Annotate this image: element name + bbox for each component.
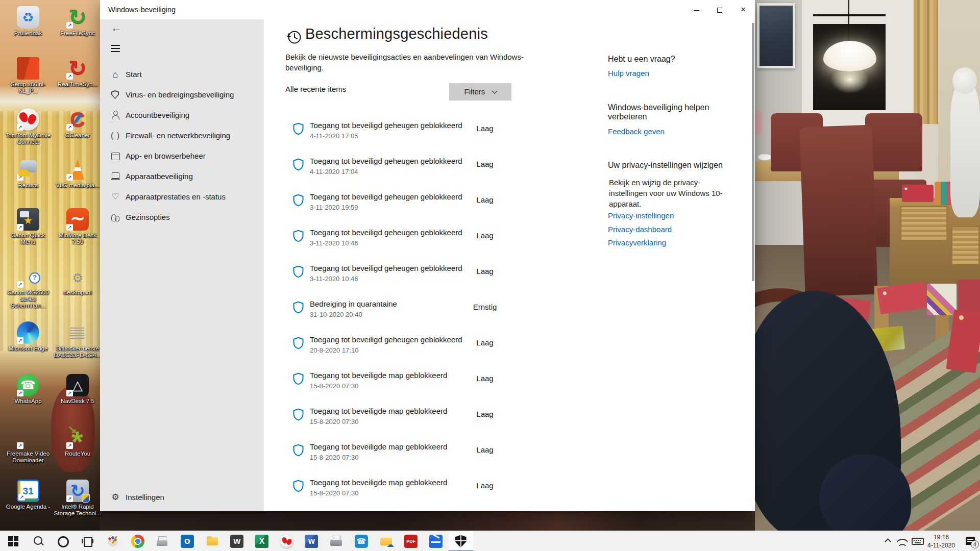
sidebar-item-icon	[111, 213, 120, 222]
touch-keyboard-icon[interactable]	[912, 538, 924, 545]
history-row[interactable]: Bedreiging in quarantaine 31-10-2020 20:…	[285, 295, 653, 331]
cortana-button[interactable]	[51, 531, 75, 551]
file-explorer[interactable]	[200, 531, 225, 551]
desktop-icon-canonquick[interactable]: ↗ Canon Quick Menu	[4, 208, 53, 245]
desktop-icon-ccleaner[interactable]: ↗ CCleaner	[53, 108, 102, 139]
page-description: Bekijk de nieuwste beveiligingsacties en…	[285, 52, 524, 73]
scan-utility-app[interactable]	[424, 531, 448, 551]
history-row-title: Toegang tot beveiligd geheugen geblokkee…	[310, 192, 462, 201]
word-app[interactable]	[299, 531, 324, 551]
scrollbar-thumb[interactable]	[752, 23, 754, 281]
sidebar-item-person[interactable]: Accountbeveiliging	[100, 105, 264, 126]
tray-clock[interactable]: 19:16 4-11-2020	[925, 533, 958, 549]
desktop-icon-whatsapp[interactable]: ↗ WhatsApp	[4, 374, 53, 405]
history-row[interactable]: Toegang tot beveiligd geheugen geblokkee…	[285, 259, 653, 295]
desktop-icon-desktopini[interactable]: desktop.ini	[53, 265, 102, 296]
history-row[interactable]: Toegang tot beveiligde map geblokkeerd 1…	[285, 473, 653, 509]
outlook-app[interactable]	[175, 531, 200, 551]
maximize-button[interactable]	[708, 0, 731, 19]
excel-app[interactable]	[250, 531, 274, 551]
word-dark-app[interactable]	[225, 531, 249, 551]
desktop-icon-intelrst[interactable]: ↗ Intel® Rapid Storage Technol...	[53, 480, 102, 517]
desktop-icon-freemake[interactable]: ↗ Freemake Video Downloader	[4, 427, 53, 464]
desktop-icon-vlc[interactable]: ↗ VLC media pla...	[53, 158, 102, 189]
close-button[interactable]: ×	[731, 0, 755, 19]
privacy-link[interactable]: Privacyverklaring	[608, 238, 666, 247]
desktop-icon-edge[interactable]: ↗ Microsoft Edge	[4, 321, 53, 352]
back-button[interactable]: ←	[106, 20, 127, 36]
desktop-icon-recuva[interactable]: ↗ Recuva	[4, 158, 53, 189]
filters-button[interactable]: Filters	[449, 83, 511, 101]
menu-toggle-button[interactable]	[111, 45, 120, 52]
desktop-icon-art: ↗	[66, 6, 89, 29]
sidebar-item-device[interactable]: Apparaatbeveiliging	[100, 166, 264, 187]
desktop-icon-realtimesync[interactable]: ↗ RealTimeSyn...	[53, 57, 102, 88]
desktop-icon-navdesk[interactable]: ↗ NavDesk 7.5	[53, 374, 102, 405]
shortcut-arrow-icon: ↗	[66, 224, 73, 231]
desktop-icon-art	[17, 57, 39, 80]
desktop-icon-art: ↗	[17, 321, 39, 344]
desktop-icon-googleagenda[interactable]: ↗ Google Agenda -	[4, 480, 53, 510]
history-row-title: Toegang tot beveiligde map geblokkeerd	[310, 371, 447, 380]
desktop-icon-art: ↗	[66, 427, 89, 449]
history-row[interactable]: Toegang tot beveiligde map geblokkeerd 1…	[285, 366, 653, 402]
sidebar-item-label: Instellingen	[126, 487, 164, 508]
whatsapp-app[interactable]	[349, 531, 374, 551]
desktop-icon-routeyou[interactable]: ↗ RouteYou	[53, 427, 102, 457]
history-row[interactable]: Toegang tot beveiligd geheugen geblokkee…	[285, 223, 653, 259]
desktop-icon-tomtom[interactable]: ↗ TomTom MyDrive Connect	[4, 108, 53, 145]
sidebar-item-instellingen[interactable]: ⚙ Instellingen	[100, 487, 264, 508]
desktop-icon-prullenbak[interactable]: Prullenbak	[4, 6, 53, 37]
sidebar-item-apps[interactable]: App- en browserbeheer	[100, 146, 264, 166]
history-row[interactable]: Toegang tot beveiligd geheugen geblokkee…	[285, 331, 653, 366]
desktop-icon-label: Google Agenda -	[4, 504, 53, 510]
search-button[interactable]	[26, 531, 51, 551]
title-bar[interactable]: Windows-beveiliging ×	[100, 0, 755, 19]
pdf-reader-app[interactable]	[399, 531, 423, 551]
sidebar-item-firewall[interactable]: Firewall- en netwerkbeveiliging	[100, 126, 264, 146]
desktop-icon-art: ↗	[66, 374, 89, 396]
history-row[interactable]: Toegang tot beveiligde map geblokkeerd 1…	[285, 402, 653, 438]
tomtom-mydrive-app[interactable]	[275, 531, 299, 551]
sidebar-item-home[interactable]: Start	[100, 64, 264, 85]
desktop-icon-art	[66, 321, 89, 344]
sidebar-item-health[interactable]: Apparaatprestaties en -status	[100, 187, 264, 207]
chrome-app[interactable]	[126, 531, 150, 551]
sidebar-item-icon	[111, 172, 120, 181]
onedrive-folder[interactable]	[374, 531, 399, 551]
sidebar-item-family[interactable]: Gezinsopties	[100, 207, 264, 228]
privacy-link[interactable]: Privacy-instellingen	[608, 211, 674, 220]
desktop-icon-freefilesync[interactable]: ↗ FreeFileSync	[53, 6, 102, 37]
desktop-icon-label: Microsoft Edge	[4, 345, 53, 352]
privacy-link[interactable]: Privacy-dashboard	[608, 225, 672, 234]
paint-app[interactable]	[101, 531, 125, 551]
history-row[interactable]: Toegang tot beveiligd geheugen geblokkee…	[285, 152, 653, 188]
wifi-icon[interactable]	[897, 537, 908, 546]
history-row-date: 4-11-2020 17:05	[310, 132, 358, 140]
help-question-link[interactable]: Hulp vragen	[608, 69, 649, 78]
history-row[interactable]: Toegang tot beveiligd geheugen geblokkee…	[285, 188, 653, 223]
start-button[interactable]	[1, 531, 26, 551]
shortcut-arrow-icon: ↗	[17, 124, 23, 131]
desktop-icon-bitlocker[interactable]: BitLocker-herste DA1C33FD-5E4...	[53, 321, 102, 359]
shortcut-arrow-icon: ↗	[17, 442, 23, 449]
scanner-app[interactable]	[324, 531, 349, 551]
windows-security-app[interactable]	[449, 531, 473, 551]
desktop-icon-label: Canon Quick Menu	[4, 232, 53, 245]
minimize-button[interactable]	[684, 0, 708, 19]
desktop-icon-label: Canon MG2500 series Schermhan...	[4, 289, 53, 309]
history-row[interactable]: Toegang tot beveiligde map geblokkeerd 1…	[285, 438, 653, 473]
fax-app[interactable]	[150, 531, 175, 551]
tray-expand-icon[interactable]	[885, 538, 891, 545]
history-row-title: Bedreiging in quarantaine	[310, 299, 397, 308]
history-row[interactable]: Toegang tot beveiligd geheugen geblokkee…	[285, 116, 653, 152]
page-title: Beschermingsgeschiedenis	[305, 26, 488, 42]
sidebar-item-shield[interactable]: Virus- en bedreigingsbeveiliging	[100, 85, 264, 105]
task-view-button[interactable]	[76, 531, 100, 551]
desktop-icon-miomore[interactable]: ↗ MioMore Desk 7.50	[53, 208, 102, 245]
desktop-icon-canonmg[interactable]: ↗ Canon MG2500 series Schermhan...	[4, 265, 53, 309]
desktop-icon-art: ↗	[17, 108, 39, 131]
help-improve-link[interactable]: Feedback geven	[608, 127, 665, 136]
desktop-icon-setup[interactable]: Setup.x86.nl-NL_P...	[4, 57, 53, 94]
history-row-severity: Laag	[444, 338, 526, 347]
